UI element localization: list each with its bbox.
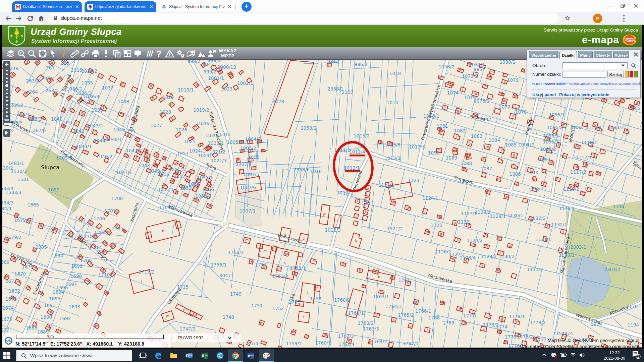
hide-panel-link[interactable]: Ukryj panel [532, 92, 556, 97]
print-icon[interactable] [91, 49, 101, 59]
taskbar-app-edge[interactable] [151, 349, 166, 362]
map-canvas[interactable]: hkihsmbtttzmimgmmggmigmgmgmgmmmhmggtmtim… [2, 60, 642, 348]
warning-icon[interactable] [165, 49, 175, 59]
zoom-level-dot[interactable] [6, 111, 8, 113]
tray-wifi-icon[interactable] [570, 353, 576, 357]
panel-tab-działki[interactable]: Działki [559, 51, 577, 59]
zoom-level-dot[interactable] [6, 115, 8, 117]
svg-text:m: m [500, 92, 503, 96]
svg-text:1089: 1089 [446, 155, 457, 161]
browser-menu-icon[interactable]: ••• [621, 14, 627, 22]
polygon-bubble-icon[interactable] [133, 49, 143, 59]
zoom-out-button[interactable] [4, 119, 9, 121]
parcel-number-input[interactable] [562, 71, 606, 78]
zoom-in-button[interactable]: + [3, 61, 10, 67]
link-icon[interactable] [80, 49, 90, 59]
person-pin-icon[interactable] [186, 49, 196, 59]
gears-icon[interactable] [175, 49, 185, 59]
zoom-level-dot[interactable] [6, 93, 8, 94]
panel-close-icon[interactable] [633, 52, 638, 57]
person-chat-icon[interactable] [207, 49, 217, 59]
zoom-level-dot[interactable] [6, 73, 8, 75]
tray-network-error-icon[interactable] [551, 353, 557, 358]
zoom-in-icon[interactable] [16, 49, 26, 59]
browser-tab-3[interactable]: Słupca - System Informacji Przes✕ [158, 1, 235, 12]
taskbar-app-excel[interactable] [197, 349, 212, 362]
street-point-icon[interactable] [101, 49, 111, 59]
zoom-level-dot[interactable] [5, 84, 8, 87]
home-button[interactable] [37, 14, 45, 22]
zoom-level-dot[interactable] [6, 96, 8, 98]
zoom-level-dot[interactable] [6, 77, 8, 79]
ok-button[interactable]: ok [5, 337, 12, 345]
crs-chevron-icon[interactable]: ˅ [228, 335, 231, 340]
tray-chevron-icon[interactable] [542, 353, 547, 357]
tray-volume-icon[interactable] [579, 353, 585, 358]
svg-text:1007/4: 1007/4 [235, 161, 252, 167]
zoom-level-dot[interactable] [6, 70, 8, 71]
taskbar-app-word[interactable] [244, 349, 258, 362]
single-window-link[interactable]: Pokazuj w jednym oknie [559, 92, 609, 97]
legend-chip-red[interactable] [630, 71, 633, 77]
svg-text:1116/2: 1116/2 [581, 140, 597, 145]
profile-avatar[interactable]: P [593, 14, 602, 23]
reload-button[interactable] [26, 14, 34, 22]
tray-clock[interactable]: 12:322021-08-30 [604, 351, 625, 361]
taskbar-search[interactable]: Wpisz tu wyszukiwane słowa [16, 350, 132, 361]
panel-tab-plany[interactable]: Plany [578, 51, 593, 58]
zoom-level-dot[interactable] [6, 100, 8, 102]
minimize-button[interactable] [607, 4, 612, 8]
url-text[interactable]: slupca.e-mapa.net [60, 15, 102, 21]
zoom-level-dot[interactable] [6, 108, 8, 109]
svg-text:m: m [533, 177, 536, 180]
legend-chip-yellow[interactable] [625, 71, 629, 77]
panel-tab-obiekty[interactable]: Obiekty [594, 51, 612, 58]
url-field[interactable] [48, 13, 559, 23]
restore-button[interactable] [621, 4, 625, 8]
tab-close-icon[interactable]: ✕ [227, 4, 232, 9]
obreb-select[interactable]: -˅ [562, 62, 628, 69]
tray-notifications-icon[interactable]: 1 [632, 351, 641, 359]
info-icon[interactable]: i [59, 49, 69, 59]
close-button[interactable] [634, 4, 638, 8]
taskbar-app-paint[interactable] [259, 349, 274, 362]
start-button[interactable] [3, 352, 10, 359]
taskbar-app-taskview[interactable] [136, 349, 150, 362]
cursor-icon[interactable] [48, 49, 58, 59]
szukaj-button[interactable]: Szukaj [607, 71, 624, 78]
tray-battery-icon[interactable] [560, 353, 567, 357]
slashes-icon[interactable] [144, 49, 154, 59]
browser-tab-1[interactable]: Działka ul. Słoneczna - przemysla✕ [12, 1, 82, 12]
taskbar-app-outlook[interactable] [182, 349, 197, 362]
panel-tab-adresy[interactable]: Adresy [613, 51, 629, 58]
taskbar-app-chrome[interactable] [228, 349, 243, 362]
zoom-level-dot[interactable] [6, 104, 8, 106]
zoom-level-dot[interactable] [6, 81, 8, 83]
zoom-out-icon[interactable] [27, 49, 37, 59]
tab-close-icon[interactable]: ✕ [75, 4, 79, 9]
ruler-icon[interactable] [69, 49, 79, 59]
new-tab-button[interactable]: + [241, 2, 252, 12]
select-area-icon[interactable] [38, 49, 48, 59]
layout-icon[interactable] [122, 49, 132, 59]
browser-tab-2[interactable]: https://przegladarka-ekw.ms.gov✕ [85, 1, 156, 12]
panel-tab-współrzędne[interactable]: Współrzędne [529, 51, 558, 58]
back-button[interactable] [4, 14, 12, 22]
search-icon[interactable] [631, 63, 636, 68]
layers-icon[interactable] [6, 49, 16, 59]
panel-expand-button[interactable] [3, 129, 10, 137]
crs-select[interactable]: PUWG 1992 [178, 335, 204, 340]
copy-frame-icon[interactable] [112, 49, 122, 59]
svg-text:m: m [453, 147, 457, 151]
tab-close-icon[interactable]: ✕ [149, 4, 154, 9]
taskbar-app-folder[interactable] [166, 349, 181, 362]
legend-chip-green[interactable] [634, 71, 638, 77]
taskbar-app-globe[interactable] [213, 349, 227, 362]
zoom-slider-handle[interactable] [4, 123, 11, 125]
forward-button[interactable] [15, 14, 23, 22]
bookmark-star-icon[interactable] [564, 15, 571, 21]
help-icon[interactable]: ? [154, 49, 164, 59]
wykaz-mpzp-button[interactable]: WYKAZMPZP [219, 48, 237, 58]
zoom-level-dot[interactable] [6, 89, 8, 90]
mountains-icon[interactable] [197, 49, 207, 59]
